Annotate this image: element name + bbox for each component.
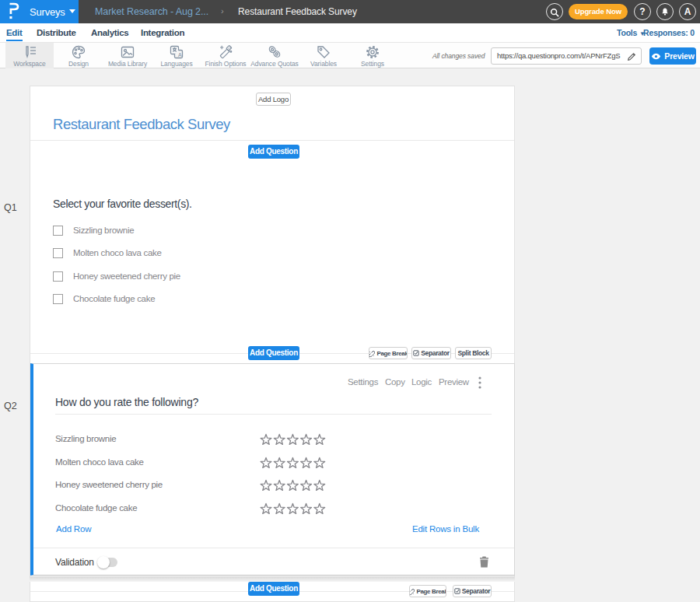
svg-text:A: A — [178, 52, 182, 58]
